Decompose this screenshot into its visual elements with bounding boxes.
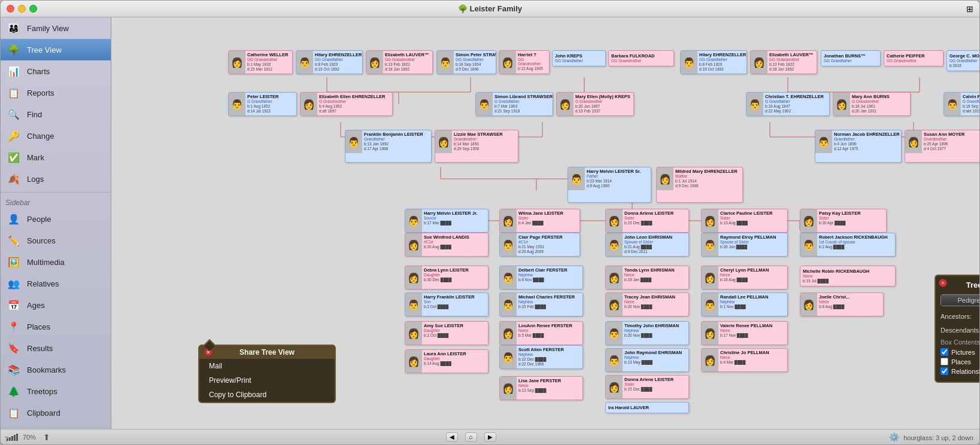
sidebar-item-find[interactable]: 🔍 Find bbox=[1, 103, 111, 125]
share-item-preview[interactable]: Preview/Print bbox=[199, 373, 335, 388]
close-button[interactable] bbox=[7, 5, 14, 13]
pedigree-tab[interactable]: Pedigree bbox=[941, 295, 979, 306]
sidebar-item-bookmarks[interactable]: 📚 Bookmarks bbox=[1, 359, 111, 380]
sidebar-item-calendar[interactable]: 📆 Calendar bbox=[1, 423, 111, 429]
card-harry-leister-jr[interactable]: 👨 Harry Melvin LEISTER Jr. Source b:17 M… bbox=[405, 209, 489, 233]
card-mary-ann-burns[interactable]: 👩 Mary Ann BURNS G Grandmother b:18 Jul … bbox=[833, 92, 911, 116]
card-peter-leister[interactable]: 👨 Peter LEISTER G Grandfather b:1 Aug 18… bbox=[228, 92, 297, 116]
nav-next-button[interactable]: ▶ bbox=[484, 432, 496, 442]
card-simon-strawser[interactable]: 👨 Simon Peter STRAWSER GG Grandfather b:… bbox=[436, 50, 496, 74]
card-louann-ferster[interactable]: 👩 LouAnn Renee FERSTER Niece b:5 Mar ███… bbox=[499, 321, 583, 345]
sidebar-item-ages[interactable]: 📅 Ages bbox=[1, 294, 111, 316]
card-christine-pellman[interactable]: 👩 Christine Jo PELLMAN Niece b:4 Mar ███… bbox=[701, 348, 788, 372]
pictures-checkbox[interactable] bbox=[940, 348, 948, 356]
photo-christian-ehrenzeller: 👨 bbox=[747, 93, 763, 115]
sidebar-item-relatives[interactable]: 👥 Relatives bbox=[1, 273, 111, 294]
sidebar-item-results[interactable]: 🔖 Results bbox=[1, 337, 111, 359]
share-item-clipboard[interactable]: Copy to Clipboard bbox=[199, 388, 335, 402]
descendants-row: Descendants: 2 generations 1 generation … bbox=[940, 325, 979, 335]
sidebar-item-charts[interactable]: 📊 Charts bbox=[1, 60, 111, 82]
card-harriet[interactable]: 👩 Harriet ? GG Grandmother b:12 Aug 1905 bbox=[499, 50, 550, 74]
card-elizabeth-lauver[interactable]: 👩 Elizabeth LAUVER™ GG Grandmother b:13 … bbox=[366, 50, 433, 74]
sidebar-item-tree-view[interactable]: 🌳 Tree View bbox=[1, 39, 111, 60]
card-john-kreps[interactable]: John KREPS GG Grandfather bbox=[552, 50, 606, 66]
card-christian-ehrenzeller[interactable]: 👨 Christian T. EHRENZELLER G Grandfather… bbox=[746, 92, 830, 116]
card-lisa-ferster[interactable]: 👩 Lisa Jane FERSTER Niece b:13 Sep ████ bbox=[499, 376, 583, 400]
sidebar-item-logs[interactable]: 🍂 Logs bbox=[1, 168, 111, 190]
settings-popup-close[interactable]: × bbox=[939, 279, 947, 287]
card-john-raymond-ehrisman[interactable]: 👨 John Raymond EHRISMAN Nephew b:13 May … bbox=[605, 348, 689, 372]
card-donna-leister-2[interactable]: 👩 Donna Arlene LEISTER Sister b:15 Dec █… bbox=[605, 375, 689, 399]
card-patsy-leister[interactable]: 👩 Patsy Kay LEISTER Sister b:20 Apr ████ bbox=[800, 209, 887, 233]
card-jonathan-burns[interactable]: Jonathan BURNS™ GG Grandfather bbox=[821, 50, 881, 66]
card-michelle-rickenbaugh[interactable]: Michelle Robin RICKENBAUGH Niece b:19 Ju… bbox=[800, 266, 896, 286]
card-hilary-ehrenzeller-2[interactable]: 👨 Hilary EHRENZELLER GG Grandfather b:8 … bbox=[680, 50, 747, 74]
card-laura-leister[interactable]: 👩 Laura Ann LEISTER Daughter b:14 Aug ██… bbox=[405, 349, 489, 373]
share-button[interactable]: ⬆ bbox=[41, 431, 53, 443]
sidebar-item-clipboard[interactable]: 📋 Clipboard bbox=[1, 402, 111, 423]
card-raymond-pellman[interactable]: 👨 Raymond Elroy PELLMAN Spouse of Sister… bbox=[701, 233, 788, 257]
card-elizabeth-ehrenzeller[interactable]: 👩 Elizabeth Ellen EHRENZELLER G Grandmot… bbox=[300, 92, 393, 116]
card-joelle[interactable]: 👩 Joelle Christ... Niece b:8 Aug ████ bbox=[800, 292, 884, 316]
card-harry-franklin-leister[interactable]: 👨 Harry Franklin LEISTER Son b:2 Oct ███… bbox=[405, 292, 489, 316]
card-scott-ferster[interactable]: 👨 Scott Allen FERSTER Nephew b:22 Dec ██… bbox=[499, 345, 583, 369]
card-mildred-ehrenzeller[interactable]: 👩 Mildred Mary EHRENZELLER Mother b:1 Ju… bbox=[656, 167, 743, 203]
card-clair-ferster[interactable]: 👨 Clair Page FERSTER #C1# b:21 May 1931d… bbox=[499, 233, 580, 257]
card-delbert-ferster[interactable]: 👨 Delbert Clair FERSTER Nephew b:8 Nov █… bbox=[499, 266, 583, 289]
card-catherie-peiffer[interactable]: Catherie PEIFFER GG Grandmother bbox=[884, 50, 943, 66]
sidebar-item-reports[interactable]: 📋 Reports bbox=[1, 82, 111, 103]
role-mary-ann-burns: G Grandmother bbox=[852, 99, 890, 103]
nav-prev-button[interactable]: ◀ bbox=[446, 432, 458, 442]
card-barbara-fulkroad[interactable]: Barbara FULKROAD GG Grandmother bbox=[608, 50, 674, 66]
sidebar-item-places[interactable]: 📍 Places bbox=[1, 316, 111, 337]
share-item-mail[interactable]: Mail bbox=[199, 359, 335, 373]
card-hilary-ehrenzeller-1[interactable]: 👨 Hilary EHRENZELLER GG Grandfather b:8 … bbox=[296, 50, 363, 74]
minimize-button[interactable] bbox=[18, 5, 26, 13]
card-tonda-ehrisman[interactable]: 👩 Tonda Lynn EHRISMAN Niece b:19 Jan ███… bbox=[605, 266, 689, 289]
card-susan-moyer[interactable]: 👩 Susan Ann MOYER Grandmother b:25 Apr 1… bbox=[905, 130, 979, 163]
photo-harry-leister-jr: 👨 bbox=[405, 209, 422, 232]
fullscreen-icon[interactable]: ⊞ bbox=[966, 4, 973, 14]
card-clarice-leister[interactable]: 👩 Clarice Pauline LEISTER Sister b:13 Au… bbox=[701, 209, 788, 233]
relationship-checkbox[interactable] bbox=[940, 367, 948, 375]
card-franklin-leister[interactable]: 👨 Franklin Benjamin LEISTER Grandfather … bbox=[345, 130, 432, 163]
tree-canvas[interactable]: 👩 Catherine WELLER GG Grandmother b:1 Ma… bbox=[111, 17, 979, 429]
sidebar-item-people[interactable]: 👤 People bbox=[1, 208, 111, 230]
card-calvin-moyer[interactable]: 👨 Calvin Fisher MOYER G Grandfather b:18… bbox=[943, 92, 979, 116]
places-checkbox[interactable] bbox=[940, 358, 948, 365]
card-lizzie-strawser[interactable]: 👩 Lizzie Mae STRAWSER Grandmother b:14 M… bbox=[435, 130, 518, 163]
card-cheryl-pellman[interactable]: 👩 Cheryl Lynn PELLMAN Niece b:16 Aug ███… bbox=[701, 266, 788, 289]
card-randall-pellman[interactable]: 👨 Randall Lee PELLMAN Nephew b:1 Nov ███… bbox=[701, 292, 788, 316]
sidebar-item-family-view[interactable]: 👨‍👩‍👧 Family View bbox=[1, 17, 111, 39]
card-mary-ellen-kreps[interactable]: 👩 Mary Ellen (Molly) KREPS G Grandmother… bbox=[556, 92, 634, 116]
name-lizzie-strawser: Lizzie Mae STRAWSER bbox=[454, 132, 503, 137]
card-timothy-ehrisman[interactable]: 👨 Timothy John EHRISMAN Nephew b:20 Nov … bbox=[605, 321, 689, 345]
card-harry-leister-sr[interactable]: 👨 Harry Melvin LEISTER Sr. Father b:23 M… bbox=[568, 167, 651, 203]
card-simon-librand-strawser[interactable]: 👨 Simon Librand STRAWSER G Grandfather b… bbox=[475, 92, 553, 116]
card-elizabeth-lauver-2[interactable]: 👩 Elizabeth LAUVER™ GG Grandmother b:13 … bbox=[750, 50, 817, 74]
card-michael-ferster[interactable]: 👨 Michael Charles FERSTER Nephew b:15 Fe… bbox=[499, 292, 583, 316]
card-george-moyer[interactable]: George C. MOYER™ GG Grandfather b:1816 bbox=[946, 50, 979, 71]
maximize-button[interactable] bbox=[29, 5, 37, 13]
card-donna-leister[interactable]: 👩 Donna Arlene LEISTER Sister b:15 Dec █… bbox=[605, 209, 689, 233]
card-ira-lauver[interactable]: Ira Harold LAUVER bbox=[605, 402, 689, 413]
sidebar-item-change[interactable]: 🔑 Change bbox=[1, 125, 111, 147]
sidebar-item-treetops[interactable]: 🌲 Treetops bbox=[1, 380, 111, 402]
card-tracey-ehrisman[interactable]: 👩 Tracey Jean EHRISMAN Niece b:20 Nov ██… bbox=[605, 292, 689, 316]
card-debra-leister[interactable]: 👩 Debra Lynn LEISTER Daughter b:30 Dec █… bbox=[405, 266, 489, 289]
card-norman-ehrenzeller[interactable]: 👨 Norman Jacob EHRENZELLER Grandfather b… bbox=[815, 130, 902, 163]
card-wilma-leister[interactable]: 👩 Wilma Jane LEISTER Sister b:4 Jan ████ bbox=[499, 209, 580, 233]
card-robert-rickenbaugh[interactable]: 👨 Robert Jackson RICKENBAUGH 1st Cousin … bbox=[800, 233, 896, 257]
card-catherine-weller[interactable]: 👩 Catherine WELLER GG Grandmother b:1 Ma… bbox=[228, 50, 293, 74]
role-wilma-leister: Sister bbox=[518, 216, 563, 220]
help-icon[interactable]: ? bbox=[5, 435, 8, 443]
sidebar-item-mark[interactable]: ✅ Mark bbox=[1, 147, 111, 168]
sidebar-item-multimedia[interactable]: 🖼️ Multimedia bbox=[1, 251, 111, 273]
sidebar-item-sources[interactable]: ✏️ Sources bbox=[1, 230, 111, 251]
card-sue-landis[interactable]: 👩 Sue Winifred LANDIS #C1# b:20 Aug ████ bbox=[405, 233, 489, 257]
dates-hilary-ehrenzeller-1: b:8 Feb 1820d:19 Oct 1892 bbox=[315, 62, 362, 72]
card-john-ehrisman[interactable]: 👨 John Leon EHRISMAN Spouse of Sister b:… bbox=[605, 233, 689, 257]
nav-home-button[interactable]: ⌂ bbox=[465, 432, 477, 442]
card-amy-leister[interactable]: 👩 Amy Sue LEISTER Daughter b:2 Oct ████ bbox=[405, 321, 489, 345]
card-valerie-pellman[interactable]: 👩 Valerie Renee PELLMAN Niece b:17 Nov █… bbox=[701, 321, 788, 345]
